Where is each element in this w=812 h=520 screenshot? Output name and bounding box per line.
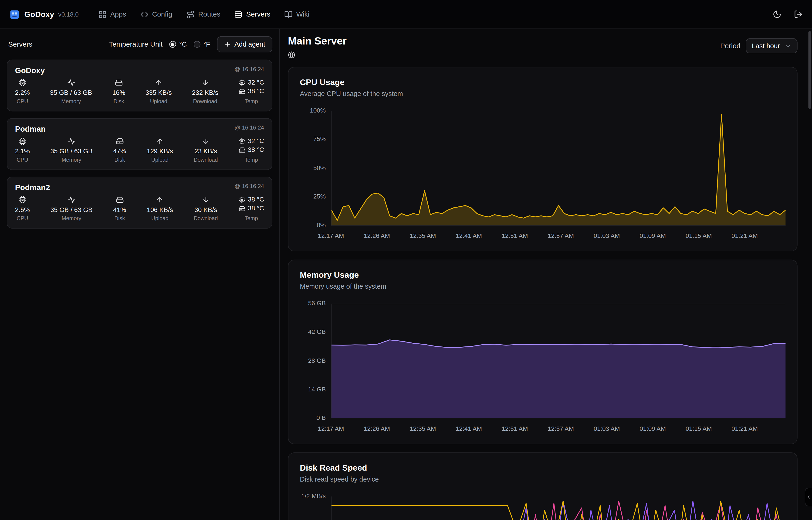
fahrenheit-radio[interactable]: °F <box>193 41 210 48</box>
main-nav: Apps Config Routes Servers Wiki <box>98 10 309 19</box>
y-tick-label: 0% <box>301 222 326 229</box>
cpu-chip-icon <box>19 79 26 86</box>
download-value: 23 KB/s <box>194 148 217 155</box>
disk-value: 16% <box>112 89 125 97</box>
globe-icon[interactable] <box>288 51 347 58</box>
y-tick-label: 1/2 MB/s <box>301 493 326 500</box>
add-agent-button[interactable]: Add agent <box>217 36 272 52</box>
memory-value: 35 GB / 63 GB <box>51 148 93 155</box>
cpu-usage-chart[interactable] <box>331 111 785 226</box>
topbar: GoDoxy v0.18.0 Apps Config Routes Server… <box>0 0 812 29</box>
cpu-label: CPU <box>17 157 28 163</box>
moon-icon[interactable] <box>773 10 782 19</box>
upload-value: 106 KB/s <box>147 206 173 213</box>
arrow-up-icon <box>156 137 164 145</box>
server-timestamp: @ 16:16:24 <box>235 124 264 131</box>
code-icon <box>140 10 148 19</box>
disk-temp-value: 38 °C <box>248 205 264 212</box>
upload-label: Upload <box>151 157 169 163</box>
chart-subtitle: Memory usage of the system <box>300 282 786 290</box>
cpu-stat: 2.5% CPU <box>15 196 30 221</box>
page-title: Main Server <box>288 35 347 47</box>
arrow-down-icon <box>201 79 209 86</box>
memory-stat: 35 GB / 63 GB Memory <box>51 137 93 163</box>
disk-temp-value: 38 °C <box>248 87 264 95</box>
brand-version: v0.18.0 <box>58 11 79 18</box>
add-agent-label: Add agent <box>234 41 265 48</box>
period-label: Period <box>720 42 740 50</box>
x-tick-label: 12:51 AM <box>502 425 528 432</box>
x-tick-label: 01:09 AM <box>640 425 666 432</box>
temperature-unit-label: Temperature Unit <box>109 41 163 48</box>
memory-usage-chart[interactable] <box>331 304 785 418</box>
download-label: Download <box>193 98 217 104</box>
x-tick-label: 12:41 AM <box>455 425 482 432</box>
download-value: 232 KB/s <box>192 89 218 97</box>
server-timestamp: @ 16:16:24 <box>235 66 264 72</box>
x-tick-label: 01:03 AM <box>594 232 620 239</box>
book-icon <box>284 10 292 19</box>
plus-icon <box>224 41 231 48</box>
nav-wiki-label: Wiki <box>296 10 309 18</box>
nav-apps[interactable]: Apps <box>98 10 126 19</box>
x-tick-label: 12:51 AM <box>502 232 528 239</box>
upload-stat: 106 KB/s Upload <box>147 196 173 221</box>
upload-label: Upload <box>151 215 169 221</box>
nav-servers[interactable]: Servers <box>234 10 271 19</box>
hard-drive-icon <box>239 205 245 212</box>
cpu-value: 2.2% <box>15 89 30 97</box>
x-tick-label: 12:57 AM <box>548 232 574 239</box>
chart-title: Memory Usage <box>300 270 786 280</box>
nav-wiki[interactable]: Wiki <box>284 10 309 19</box>
activity-icon <box>67 79 75 86</box>
x-tick-label: 12:26 AM <box>364 425 390 432</box>
cpu-value: 2.1% <box>15 148 30 155</box>
y-tick-label: 75% <box>301 136 326 143</box>
logout-icon[interactable] <box>794 10 803 19</box>
x-tick-label: 01:21 AM <box>731 425 758 432</box>
fahrenheit-radio-control[interactable] <box>193 41 200 48</box>
y-tick-label: 50% <box>301 165 326 172</box>
arrow-down-icon <box>202 137 209 145</box>
nav-config[interactable]: Config <box>140 10 172 19</box>
cpu-stat: 2.2% CPU <box>15 79 30 104</box>
x-tick-label: 01:03 AM <box>594 425 620 432</box>
fahrenheit-label: °F <box>203 41 210 48</box>
cpu-chip-icon <box>19 137 26 145</box>
app-root: GoDoxy v0.18.0 Apps Config Routes Server… <box>0 0 812 520</box>
celsius-radio[interactable]: °C <box>169 41 187 48</box>
y-tick-label: 42 GB <box>301 329 326 336</box>
upload-value: 335 KB/s <box>145 89 172 97</box>
server-card-podman2[interactable]: Podman2 @ 16:16:24 2.5% CPU 35 GB / 63 G… <box>7 177 272 229</box>
temp-label: Temp <box>245 215 258 221</box>
download-stat: 23 KB/s Download <box>194 137 218 163</box>
nav-routes[interactable]: Routes <box>186 10 220 19</box>
y-tick-label: 14 GB <box>301 386 326 393</box>
disk-read-speed-chart[interactable] <box>331 496 785 520</box>
upload-stat: 335 KB/s Upload <box>145 79 172 104</box>
disk-value: 41% <box>113 206 126 213</box>
cpu-chip-icon <box>239 79 245 86</box>
period-select[interactable]: Last hour <box>746 38 797 54</box>
server-card-podman[interactable]: Podman @ 16:16:24 2.1% CPU 35 GB / 63 GB <box>7 118 272 170</box>
cpu-temp-value: 38 °C <box>248 196 264 203</box>
collapse-panel-handle[interactable] <box>805 488 812 506</box>
servers-sidebar: Servers Temperature Unit °C °F Add agent <box>0 29 280 520</box>
disk-stat: 47% Disk <box>113 137 126 163</box>
download-stat: 30 KB/s Download <box>194 196 218 221</box>
chart-subtitle: Average CPU usage of the system <box>300 90 786 97</box>
scrollbar-thumb[interactable] <box>808 31 811 109</box>
server-list: GoDoxy @ 16:16:24 2.2% CPU 35 GB / 63 GB <box>0 58 279 230</box>
disk-temp-value: 38 °C <box>248 146 264 153</box>
activity-icon <box>67 137 75 145</box>
memory-label: Memory <box>61 98 81 104</box>
nav-routes-label: Routes <box>198 10 220 18</box>
server-card-godoxy[interactable]: GoDoxy @ 16:16:24 2.2% CPU 35 GB / 63 GB <box>7 60 272 111</box>
x-tick-label: 12:17 AM <box>318 232 344 239</box>
celsius-radio-control[interactable] <box>169 41 176 48</box>
chart-title: CPU Usage <box>300 78 786 87</box>
x-axis-labels: 12:17 AM12:26 AM12:35 AM12:41 AM12:51 AM… <box>331 422 785 434</box>
cpu-value: 2.5% <box>15 206 30 213</box>
x-tick-label: 12:41 AM <box>455 232 482 239</box>
y-tick-label: 28 GB <box>301 357 326 365</box>
